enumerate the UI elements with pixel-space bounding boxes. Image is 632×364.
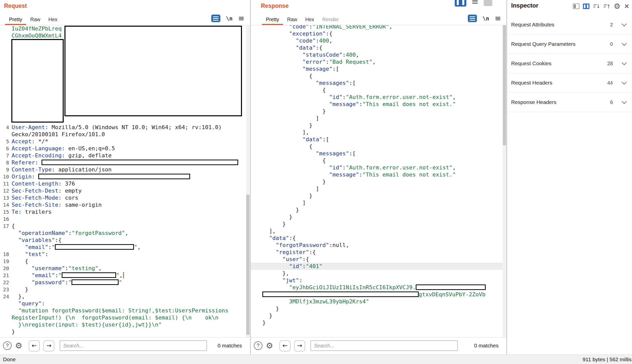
code-line: gtxvDEqnSVuPbY-2ZoVb xyxy=(251,291,507,298)
line-number: 17 xyxy=(0,223,9,230)
text-cursor xyxy=(123,272,124,278)
help-icon[interactable]: ? xyxy=(3,341,12,350)
help-icon[interactable]: ? xyxy=(254,341,262,350)
scrollbar-thumb[interactable] xyxy=(246,195,250,335)
request-match-count: 0 matches xyxy=(218,343,242,349)
request-search-input[interactable] xyxy=(60,340,207,351)
response-scrollbar[interactable] xyxy=(503,25,506,338)
code-line: } xyxy=(251,122,507,129)
next-match-button[interactable]: → xyxy=(43,340,54,351)
line-number: 21 xyxy=(0,272,9,279)
word-wrap-icon[interactable] xyxy=(468,15,477,22)
inspector-section-request-cookies[interactable]: Request Cookies28 xyxy=(507,54,632,73)
code-line: Gecko/20100101 Firefox/101.0 xyxy=(0,131,250,138)
code-line: ], xyxy=(251,228,507,235)
section-label: Response Headers xyxy=(511,99,556,105)
code-line: 10Origin: xyxy=(0,173,250,180)
section-label: Request Cookies xyxy=(511,60,551,66)
response-view-icons: \n ≡ xyxy=(468,15,501,22)
code-line: } xyxy=(251,312,507,319)
response-stats: 911 bytes | 562 millis xyxy=(583,356,631,362)
chevron-down-icon xyxy=(622,60,627,65)
scrollbar-thumb[interactable] xyxy=(503,25,506,145)
response-editor[interactable]: "code":"INTERNAL_SERVER_ERROR", "excepti… xyxy=(251,25,507,338)
inspector-title: Inspector xyxy=(511,2,538,9)
code-line: { xyxy=(251,143,507,150)
tab-hex[interactable]: Hex xyxy=(301,16,318,25)
code-line: 21 "email":"", xyxy=(0,272,250,279)
line-number: 15 xyxy=(0,208,9,215)
redaction-box xyxy=(11,39,64,123)
side-by-side-layout-icon[interactable] xyxy=(455,0,466,7)
tab-pretty[interactable]: Pretty xyxy=(262,16,283,25)
tab-pretty[interactable]: Pretty xyxy=(5,16,26,25)
tabs-layout-icon[interactable] xyxy=(484,0,492,6)
previous-match-button[interactable]: ← xyxy=(279,340,291,351)
line-number: 22 xyxy=(0,279,9,286)
code-line: 16 xyxy=(0,215,250,223)
redaction-box xyxy=(42,160,238,165)
redaction-box xyxy=(55,244,134,250)
search-settings-gear-icon[interactable]: ⚙ xyxy=(266,341,273,350)
code-line: 9Content-Type: application/json xyxy=(0,166,250,173)
code-line: "email":"", xyxy=(0,244,250,251)
show-newlines-icon[interactable]: \n xyxy=(226,15,233,22)
code-line: "operationName":"forgotPassword", xyxy=(0,230,250,237)
request-search-bar: ? ⚙ ← → 0 matches xyxy=(0,337,250,354)
line-number: 10 xyxy=(0,173,9,180)
collapse-all-icon[interactable] xyxy=(593,3,600,9)
inspector-section-request-headers[interactable]: Request Headers44 xyxy=(507,73,632,93)
code-line: } xyxy=(251,192,507,199)
code-line: "variables":{ xyxy=(0,237,250,244)
line-number: 12 xyxy=(0,187,9,194)
chevron-down-icon xyxy=(622,99,627,104)
redaction-box xyxy=(64,26,242,116)
tab-hex[interactable]: Hex xyxy=(44,16,61,25)
response-search-input[interactable] xyxy=(310,340,458,351)
section-count: 6 xyxy=(610,99,613,105)
line-number: 4 xyxy=(0,124,9,131)
request-scrollbar[interactable] xyxy=(246,25,250,338)
show-newlines-icon[interactable]: \n xyxy=(482,15,489,22)
single-column-layout-icon[interactable] xyxy=(573,4,579,9)
line-number: 8 xyxy=(0,159,9,166)
editor-menu-icon[interactable]: ≡ xyxy=(238,15,244,22)
code-line: "user":{ xyxy=(251,256,507,263)
line-number: 5 xyxy=(0,138,9,145)
response-tabs: PrettyRawHexRender xyxy=(262,16,343,25)
next-match-button[interactable]: → xyxy=(294,340,305,351)
inspector-section-request-query-parameters[interactable]: Request Query Parameters0 xyxy=(507,34,632,54)
inspector-section-request-attributes[interactable]: Request Attributes2 xyxy=(507,15,632,34)
expand-all-icon[interactable] xyxy=(603,3,610,9)
stacked-layout-icon[interactable]: ≡ xyxy=(471,0,479,7)
word-wrap-icon[interactable] xyxy=(211,15,220,22)
close-inspector-icon[interactable]: ✕ xyxy=(624,3,629,10)
inspector-sections: Request Attributes2Request Query Paramet… xyxy=(507,15,632,112)
editor-menu-icon[interactable]: ≡ xyxy=(495,15,501,22)
line-number: 13 xyxy=(0,194,9,201)
code-line: "eyJhbGciOiJIUzI1NiIsInR5cCI6IkpXVCJ9. xyxy=(251,284,507,291)
two-column-layout-icon[interactable] xyxy=(583,4,589,9)
request-editor[interactable]: IuZ04fNeZPbLreqCGhxmOoQ8WXmtL44User-Agen… xyxy=(0,25,250,338)
inspector-settings-gear-icon[interactable]: ⚙ xyxy=(614,3,620,10)
line-number: 18 xyxy=(0,251,9,258)
code-line: "forgotPassword":null, xyxy=(251,242,507,249)
line-number: 6 xyxy=(0,145,9,152)
tab-raw[interactable]: Raw xyxy=(26,16,44,25)
code-line: 14Sec-Fetch-Site: same-origin xyxy=(0,201,250,208)
line-number: 24 xyxy=(0,293,9,300)
request-view-icons: \n ≡ xyxy=(211,15,244,22)
inspector-section-response-headers[interactable]: Response Headers6 xyxy=(507,93,632,112)
request-panel: Request PrettyRawHex \n ≡ IuZ04fNeZPbLre… xyxy=(0,0,250,354)
tab-raw[interactable]: Raw xyxy=(283,16,301,25)
code-line: 11Content-Length: 376 xyxy=(0,180,250,187)
code-line: "data":{ xyxy=(251,44,507,51)
section-label: Request Attributes xyxy=(511,22,554,28)
redaction-box xyxy=(262,292,419,297)
tab-render[interactable]: Render xyxy=(318,16,343,25)
code-line: "message":[ xyxy=(251,65,507,72)
search-settings-gear-icon[interactable]: ⚙ xyxy=(15,341,22,350)
previous-match-button[interactable]: ← xyxy=(29,340,40,351)
code-line: }\nregister(input: $test){user{id},jwt}}… xyxy=(0,321,250,328)
code-line: { xyxy=(251,87,507,94)
